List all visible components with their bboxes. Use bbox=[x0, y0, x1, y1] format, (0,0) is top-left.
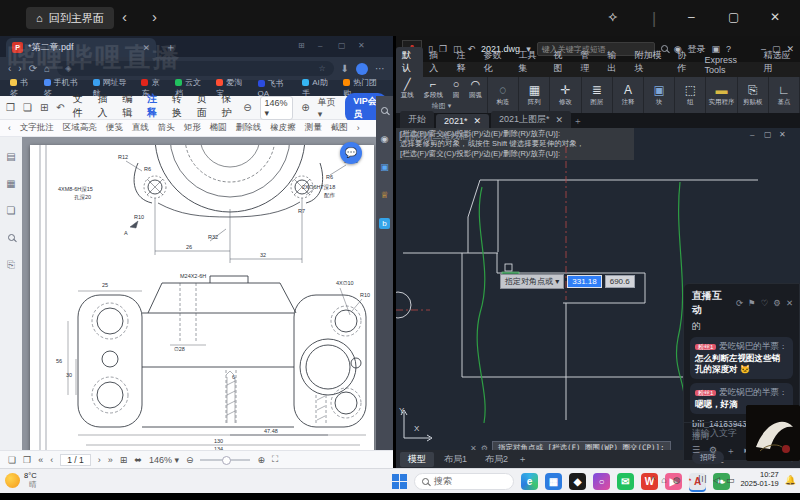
pdf-page-area[interactable]: R12R64XM8-6H深15孔深20R10AR322632SR15R62X∅6… bbox=[22, 137, 376, 450]
status-zoom-in-icon[interactable]: ⊕ bbox=[257, 455, 265, 465]
addr-refresh-icon[interactable]: ⟳ bbox=[29, 63, 37, 74]
battery-icon[interactable]: ▭ bbox=[726, 475, 735, 485]
assistant-float-button[interactable]: 💬 bbox=[340, 142, 362, 164]
search-icon[interactable] bbox=[8, 232, 15, 243]
clock[interactable]: 10:272025-01-19 bbox=[740, 471, 778, 488]
panel-layers[interactable]: ≣图层 bbox=[582, 77, 613, 113]
chat-plugin-icon[interactable]: ▣ bbox=[380, 162, 389, 172]
volume-icon[interactable]: ◁ bbox=[713, 475, 720, 485]
browser-icon[interactable]: ○ bbox=[593, 473, 610, 490]
layout-single-icon[interactable]: ❏ bbox=[8, 455, 16, 465]
panel-basepoint[interactable]: ∟基点 bbox=[769, 77, 800, 113]
dynamic-input-x[interactable]: 331.18 bbox=[567, 275, 601, 288]
page-indicator[interactable]: 1 / 1 bbox=[60, 454, 91, 466]
print-icon[interactable]: ⊞ bbox=[40, 102, 48, 113]
url-field[interactable]: ◈ ☆ bbox=[57, 61, 333, 76]
chat-add-icon[interactable]: ＋ bbox=[726, 445, 735, 458]
tool-text-note[interactable]: 文字批注 bbox=[20, 122, 54, 134]
file-tab-start[interactable]: 开始 bbox=[400, 111, 434, 128]
tool-measure[interactable]: 测量 bbox=[305, 122, 322, 134]
circle-tool[interactable]: ○圆 bbox=[453, 79, 460, 101]
panel-construct[interactable]: ◌构造 bbox=[488, 77, 519, 113]
file-tab-close-icon[interactable]: ✕ bbox=[474, 116, 482, 126]
viewport-close-icon[interactable]: ✕ bbox=[779, 130, 786, 139]
panel-block[interactable]: ▣块 bbox=[644, 77, 675, 113]
minimize-button[interactable]: – bbox=[688, 10, 695, 24]
command-line[interactable]: ✕ ⚙ 指定对角点或 [栏选(F) 圈围(WP) 圈交(CP)]: bbox=[470, 441, 671, 450]
more-icon[interactable]: ⋯ bbox=[375, 63, 385, 74]
panel-annotation[interactable]: A注释 bbox=[613, 77, 644, 113]
crown-icon[interactable]: ♕ bbox=[380, 190, 388, 200]
tab-express[interactable]: Express Tools bbox=[698, 53, 757, 77]
file-tab-2021[interactable]: 2021*✕ bbox=[436, 114, 489, 128]
tool-snapshot[interactable]: 截图 bbox=[331, 122, 348, 134]
tool-arrow[interactable]: 箭头 bbox=[158, 122, 175, 134]
layout2-tab[interactable]: 布局2 bbox=[477, 452, 516, 467]
tool-ellipse[interactable]: 椭圆 bbox=[210, 122, 227, 134]
tab-addins[interactable]: 附加模块 bbox=[629, 47, 671, 77]
attachment-icon[interactable]: ⎘ bbox=[7, 259, 15, 271]
save-icon[interactable]: ❏ bbox=[23, 102, 32, 113]
undo-icon[interactable]: ↶ bbox=[56, 102, 64, 113]
viewport-controls-label[interactable]: [-][俯视][二维线框] bbox=[399, 130, 471, 143]
edge-icon[interactable]: e bbox=[521, 473, 538, 490]
panel-group[interactable]: ⬚组 bbox=[675, 77, 706, 113]
tab-insert[interactable]: 插入 bbox=[423, 47, 450, 77]
outline-icon[interactable]: ▤ bbox=[6, 151, 15, 162]
back-to-main-button[interactable]: ⌂ 回到主界面 bbox=[26, 7, 114, 29]
page-mode-dropdown[interactable]: 单页 ▾ bbox=[318, 96, 338, 119]
wifi-icon[interactable]: 〣 bbox=[698, 473, 707, 486]
browser-close-icon[interactable]: ✕ bbox=[358, 41, 365, 50]
chat-settings-icon[interactable]: ⚙ bbox=[773, 298, 781, 308]
fullscreen-icon[interactable]: ⛶ bbox=[272, 454, 278, 465]
pin-icon[interactable]: ⟡ bbox=[608, 8, 617, 25]
addr-forward-icon[interactable]: › bbox=[18, 63, 21, 74]
new-layout-icon[interactable]: ＋ bbox=[518, 453, 527, 466]
store-icon[interactable]: ▦ bbox=[545, 473, 562, 490]
model-tab[interactable]: 模型 bbox=[400, 452, 434, 467]
tab-annotate[interactable]: 注释 bbox=[450, 47, 477, 77]
taskbar-search[interactable]: 搜索 bbox=[414, 473, 514, 490]
zoom-in-icon[interactable]: ⊕ bbox=[301, 102, 309, 113]
tab-manage[interactable]: 管理 bbox=[574, 47, 601, 77]
zoom-value[interactable]: 146% ▾ bbox=[149, 455, 179, 465]
last-page-icon[interactable]: » bbox=[108, 455, 113, 465]
menu-annotate[interactable]: 注释 bbox=[147, 92, 161, 124]
notification-bell-icon[interactable]: 🔔 bbox=[785, 475, 796, 485]
sidebar-search-icon[interactable] bbox=[381, 106, 388, 116]
zoom-slider[interactable] bbox=[200, 459, 250, 461]
profile-avatar[interactable] bbox=[356, 63, 368, 75]
tab-output[interactable]: 输出 bbox=[602, 47, 629, 77]
tray-expand-icon[interactable]: ^ bbox=[651, 475, 655, 485]
file-tab-close-icon[interactable]: ✕ bbox=[556, 115, 564, 125]
panel-modify[interactable]: ✛修改 bbox=[550, 77, 581, 113]
menu-protect[interactable]: 保护 bbox=[221, 92, 235, 124]
panel-clipboard[interactable]: ⎘剪贴板 bbox=[738, 77, 769, 113]
menu-insert[interactable]: 插入 bbox=[98, 92, 112, 124]
tool-sticky-note[interactable]: 便笺 bbox=[106, 122, 123, 134]
panel-array[interactable]: ▦阵列 bbox=[519, 77, 550, 113]
chat-flag-icon[interactable]: ⚑ bbox=[748, 298, 756, 308]
fit-width-icon[interactable]: ⬌ bbox=[134, 455, 142, 465]
thumbnails-icon[interactable]: ▦ bbox=[6, 178, 15, 189]
tray-home-icon[interactable]: ⌂ bbox=[661, 475, 666, 485]
layout1-tab[interactable]: 布局1 bbox=[436, 452, 475, 467]
tool-line[interactable]: 直线 bbox=[132, 122, 149, 134]
bilibili-icon[interactable]: b bbox=[379, 218, 390, 229]
layout-double-icon[interactable]: ❐ bbox=[23, 455, 31, 465]
chat-popout-icon[interactable]: ⟳ bbox=[736, 298, 743, 308]
browser-max-icon[interactable]: ▢ bbox=[338, 41, 346, 50]
open-file-icon[interactable]: ❐ bbox=[6, 102, 15, 113]
polyline-tool[interactable]: ⌐多段线 bbox=[424, 79, 444, 101]
chat-list-icon[interactable]: ☰ bbox=[692, 445, 700, 458]
status-zoom-out-icon[interactable]: ⊖ bbox=[186, 455, 194, 465]
next-page-icon[interactable]: › bbox=[98, 455, 101, 465]
tab-collaborate[interactable]: 协作 bbox=[671, 47, 698, 77]
chat-like-icon[interactable]: ♡ bbox=[761, 298, 769, 308]
viewport-restore-icon[interactable]: ▢ bbox=[764, 130, 772, 139]
tab-close-icon[interactable]: ✕ bbox=[142, 43, 150, 53]
bookmark-star-icon[interactable]: ☆ bbox=[318, 64, 325, 73]
tab-toolsets[interactable]: 工具集 bbox=[512, 47, 547, 77]
addr-back-icon[interactable]: ‹ bbox=[8, 63, 11, 74]
addr-home-icon[interactable]: ⌂ bbox=[44, 63, 50, 74]
